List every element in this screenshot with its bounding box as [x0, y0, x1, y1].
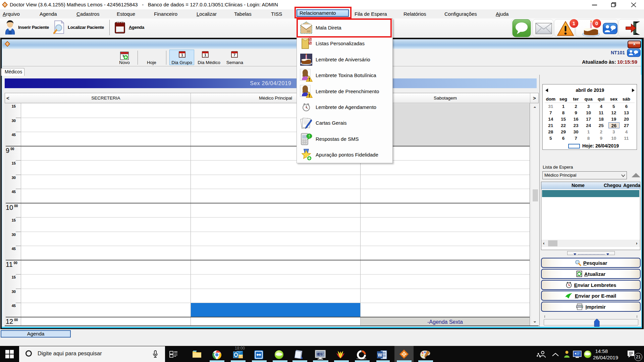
svg-text:1: 1 — [204, 53, 206, 57]
svg-text:!: ! — [309, 134, 310, 138]
svg-text:7: 7 — [233, 53, 235, 57]
svg-text:1: 1 — [181, 53, 183, 57]
svg-text:PHOTOSCAPE: PHOTOSCAPE — [357, 358, 366, 360]
svg-text:W: W — [378, 352, 382, 358]
